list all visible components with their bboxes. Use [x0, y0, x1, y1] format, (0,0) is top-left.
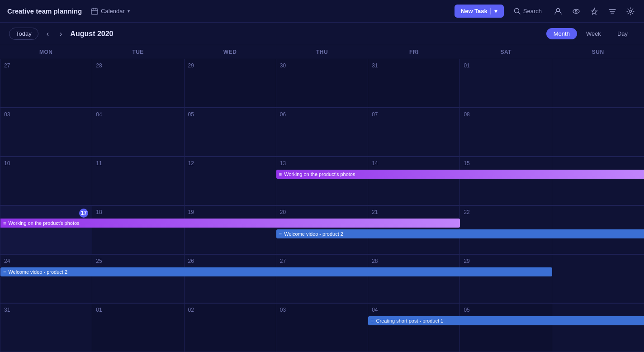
- cal-cell-3-4[interactable]: 21: [368, 206, 460, 254]
- cal-week-0: 27 28 29 30 31 01 0: [0, 59, 644, 108]
- cal-cell-3-6[interactable]: 2: [552, 206, 644, 254]
- chevron-down-icon: ▾: [128, 9, 130, 14]
- cal-cell-3-3[interactable]: 20: [276, 206, 368, 254]
- month-view-button[interactable]: Month: [546, 28, 577, 39]
- svg-line-5: [518, 13, 520, 14]
- search-label: Search: [523, 8, 542, 14]
- cal-cell-4-4[interactable]: 28: [368, 255, 460, 303]
- day-header-mon: Mon: [0, 45, 92, 59]
- filter-icon[interactable]: [606, 5, 619, 18]
- cal-cell-5-0[interactable]: 31: [0, 304, 92, 352]
- week-view-button[interactable]: Week: [579, 28, 608, 39]
- calendar-toolbar: Today ‹ › August 2020 Month Week Day: [0, 23, 644, 45]
- cal-cell-1-6[interactable]: 0: [552, 108, 644, 157]
- cal-cell-0-0[interactable]: 27: [0, 59, 92, 108]
- cal-cell-0-6[interactable]: 0: [552, 59, 644, 108]
- eye-icon[interactable]: [570, 5, 582, 18]
- svg-point-4: [514, 9, 519, 13]
- cal-cell-4-2[interactable]: 26: [185, 255, 276, 303]
- cal-cell-4-0[interactable]: 24: [0, 255, 92, 303]
- cal-cell-5-4[interactable]: 04: [368, 304, 460, 352]
- cal-cell-5-5[interactable]: 05: [460, 304, 552, 352]
- svg-point-12: [630, 10, 632, 12]
- cal-cell-2-5[interactable]: 15: [460, 157, 552, 205]
- new-task-button[interactable]: New Task ▾: [455, 5, 504, 18]
- day-view-button[interactable]: Day: [610, 28, 635, 39]
- day-header-thu: Thu: [276, 45, 368, 59]
- cal-cell-5-1[interactable]: 01: [92, 304, 184, 352]
- cal-cell-2-3[interactable]: 13: [276, 157, 368, 205]
- search-icon: [514, 8, 521, 14]
- next-month-button[interactable]: ›: [57, 28, 65, 40]
- cal-cell-0-1[interactable]: 28: [92, 59, 184, 108]
- cal-cell-2-6[interactable]: 1: [552, 157, 644, 205]
- month-label: August 2020: [70, 30, 133, 38]
- new-task-caret[interactable]: ▾: [490, 8, 497, 14]
- cal-cell-1-2[interactable]: 05: [185, 108, 276, 157]
- cal-cell-2-1[interactable]: 11: [92, 157, 184, 205]
- cal-cell-5-3[interactable]: 03: [276, 304, 368, 352]
- new-task-label: New Task: [461, 8, 488, 14]
- cal-cell-3-0[interactable]: 17: [0, 206, 92, 254]
- cal-cell-2-2[interactable]: 12: [185, 157, 276, 205]
- cal-cell-1-4[interactable]: 07: [368, 108, 460, 157]
- cal-cell-0-3[interactable]: 30: [276, 59, 368, 108]
- cal-cell-4-6[interactable]: 3: [552, 255, 644, 303]
- prev-month-button[interactable]: ‹: [44, 28, 52, 40]
- cal-cell-4-5[interactable]: 29: [460, 255, 552, 303]
- cal-cell-4-1[interactable]: 25: [92, 255, 184, 303]
- cal-week-5: 31 01 02 03 04 05 0 ≡ Creating short pos…: [0, 304, 644, 352]
- cal-cell-3-5[interactable]: 22: [460, 206, 552, 254]
- settings-icon[interactable]: [624, 5, 637, 18]
- cal-cell-3-2[interactable]: 19: [185, 206, 276, 254]
- cal-cell-2-0[interactable]: 10: [0, 157, 92, 205]
- calendar-label: Calendar: [101, 8, 125, 14]
- search-button[interactable]: Search: [509, 6, 546, 16]
- svg-rect-0: [91, 9, 98, 14]
- pin-icon[interactable]: [588, 5, 601, 18]
- cal-cell-3-1[interactable]: 18: [92, 206, 184, 254]
- calendar-nav-button[interactable]: Calendar ▾: [87, 6, 133, 17]
- calendar-rows: 27 28 29 30 31 01 0 03 04 05 06 07 08 0 …: [0, 59, 644, 352]
- day-header-wed: Wed: [184, 45, 276, 59]
- view-switcher: Month Week Day: [546, 28, 635, 39]
- svg-point-8: [575, 10, 577, 12]
- cal-cell-1-3[interactable]: 06: [276, 108, 368, 157]
- today-date-num: 17: [79, 209, 88, 218]
- cal-cell-4-3[interactable]: 27: [276, 255, 368, 303]
- user-icon[interactable]: [552, 5, 564, 18]
- svg-point-7: [573, 9, 579, 13]
- day-header-tue: Tue: [92, 45, 184, 59]
- cal-cell-1-1[interactable]: 04: [92, 108, 184, 157]
- cal-cell-1-0[interactable]: 03: [0, 108, 92, 157]
- today-button[interactable]: Today: [9, 28, 38, 40]
- day-header-sun: Sun: [552, 45, 644, 59]
- day-header-sat: Sat: [460, 45, 552, 59]
- day-header-fri: Fri: [368, 45, 460, 59]
- calendar-container: Mon Tue Wed Thu Fri Sat Sun 27 28 29 30 …: [0, 45, 644, 352]
- cal-cell-5-2[interactable]: 02: [185, 304, 276, 352]
- cal-week-4: 24 25 26 27 28 29 3 ≡ Welcome video - pr…: [0, 255, 644, 304]
- cal-week-2: 10 11 12 13 14 15 1 ≡ Working on the pro…: [0, 157, 644, 206]
- cal-cell-5-6[interactable]: 0: [552, 304, 644, 352]
- top-nav: Creative team planning Calendar ▾ New Ta…: [0, 0, 644, 23]
- cal-cell-0-2[interactable]: 29: [185, 59, 276, 108]
- cal-cell-0-4[interactable]: 31: [368, 59, 460, 108]
- cal-week-1: 03 04 05 06 07 08 0: [0, 108, 644, 157]
- day-headers: Mon Tue Wed Thu Fri Sat Sun: [0, 45, 644, 59]
- calendar-icon: [91, 8, 98, 15]
- cal-cell-2-4[interactable]: 14: [368, 157, 460, 205]
- cal-week-3: 17 18 19 20 21 22 2 ≡ Working on the pro…: [0, 206, 644, 255]
- cal-cell-0-5[interactable]: 01: [460, 59, 552, 108]
- app-title: Creative team planning: [7, 7, 82, 15]
- cal-cell-1-5[interactable]: 08: [460, 108, 552, 157]
